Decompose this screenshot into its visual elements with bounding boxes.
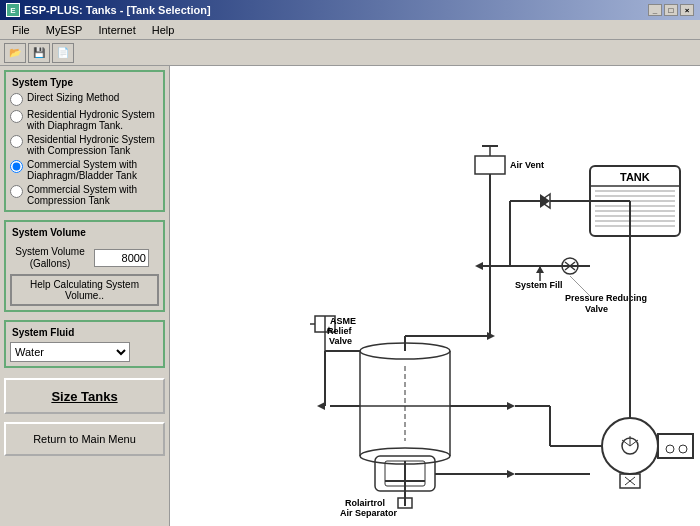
volume-input[interactable] [94, 249, 149, 267]
close-button[interactable]: × [680, 4, 694, 16]
toolbar: 📂 💾 📄 [0, 40, 700, 66]
svg-text:System Fill: System Fill [515, 280, 563, 290]
fluid-select[interactable]: Water [10, 342, 130, 362]
maximize-button[interactable]: □ [664, 4, 678, 16]
minimize-button[interactable]: _ [648, 4, 662, 16]
size-tanks-button[interactable]: Size Tanks [4, 378, 165, 414]
help-calc-button[interactable]: Help Calculating System Volume.. [10, 274, 159, 306]
system-volume-title: System Volume [10, 227, 88, 238]
menu-myesp[interactable]: MyESP [38, 22, 91, 38]
system-type-section: System Type Direct Sizing Method Residen… [4, 70, 165, 212]
radio-residential-compression-input[interactable] [10, 135, 23, 148]
toolbar-save[interactable]: 💾 [28, 43, 50, 63]
menu-bar: File MyESP Internet Help [0, 20, 700, 40]
volume-label: System Volume (Gallons) [10, 246, 90, 270]
svg-text:TANK: TANK [620, 171, 650, 183]
menu-file[interactable]: File [4, 22, 38, 38]
toolbar-open[interactable]: 📂 [4, 43, 26, 63]
menu-help[interactable]: Help [144, 22, 183, 38]
svg-text:ASME: ASME [330, 316, 356, 326]
system-fluid-title: System Fluid [10, 327, 76, 338]
radio-direct-sizing[interactable]: Direct Sizing Method [10, 92, 159, 106]
volume-input-row: System Volume (Gallons) [10, 246, 159, 270]
title-text: ESP-PLUS: Tanks - [Tank Selection] [24, 4, 211, 16]
svg-text:Air Separator: Air Separator [340, 508, 398, 518]
system-diagram: TANK Air Vent [170, 66, 700, 526]
svg-text:Valve: Valve [585, 304, 608, 314]
svg-text:Valve: Valve [329, 336, 352, 346]
title-bar: E ESP-PLUS: Tanks - [Tank Selection] _ □… [0, 0, 700, 20]
right-panel: Initial Temperature Help 40 (Deg. F) Max… [170, 66, 700, 526]
left-panel: System Type Direct Sizing Method Residen… [0, 66, 170, 526]
radio-direct-sizing-input[interactable] [10, 93, 23, 106]
svg-text:Relief: Relief [327, 326, 353, 336]
radio-residential-diaphragm[interactable]: Residential Hydronic System with Diaphra… [10, 109, 159, 131]
system-type-title: System Type [10, 77, 75, 88]
return-button[interactable]: Return to Main Menu [4, 422, 165, 456]
system-type-radio-group: Direct Sizing Method Residential Hydroni… [10, 92, 159, 206]
system-fluid-section: System Fluid Water [4, 320, 165, 368]
window-controls[interactable]: _ □ × [648, 4, 694, 16]
main-layout: System Type Direct Sizing Method Residen… [0, 66, 700, 526]
svg-text:Pressure Reducing: Pressure Reducing [565, 293, 647, 303]
radio-commercial-diaphragm[interactable]: Commercial System with Diaphragm/Bladder… [10, 159, 159, 181]
svg-text:Rolairtrol: Rolairtrol [345, 498, 385, 508]
radio-commercial-diaphragm-input[interactable] [10, 160, 23, 173]
svg-text:Air Vent: Air Vent [510, 160, 544, 170]
system-volume-section: System Volume System Volume (Gallons) He… [4, 220, 165, 312]
app-icon: E [6, 3, 20, 17]
toolbar-new[interactable]: 📄 [52, 43, 74, 63]
menu-internet[interactable]: Internet [90, 22, 143, 38]
radio-residential-diaphragm-input[interactable] [10, 110, 23, 123]
radio-residential-compression[interactable]: Residential Hydronic System with Compres… [10, 134, 159, 156]
radio-commercial-compression[interactable]: Commercial System with Compression Tank [10, 184, 159, 206]
radio-commercial-compression-input[interactable] [10, 185, 23, 198]
